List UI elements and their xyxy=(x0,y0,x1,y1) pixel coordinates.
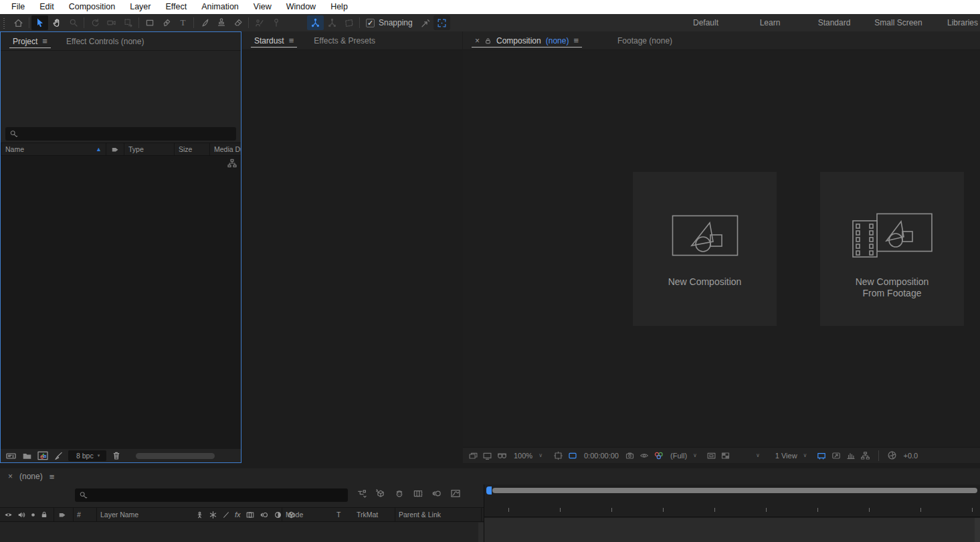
column-type[interactable]: Type xyxy=(124,143,174,155)
panel-menu-icon[interactable]: ≡ xyxy=(573,35,579,46)
pixel-aspect-icon[interactable] xyxy=(831,451,842,460)
trkmat-column[interactable]: TrkMat xyxy=(353,508,395,521)
pen-tool[interactable] xyxy=(158,15,175,30)
histogram-icon[interactable] xyxy=(846,451,856,460)
snapping-checkbox[interactable]: ✓ xyxy=(366,19,375,27)
column-size[interactable]: Size xyxy=(175,143,209,155)
flowchart-icon[interactable] xyxy=(227,159,237,168)
resolution-value[interactable]: (Full) xyxy=(668,452,689,460)
shared-view-icon[interactable] xyxy=(816,451,827,460)
menu-help[interactable]: Help xyxy=(323,0,355,14)
snapping-toggle[interactable]: ✓ Snapping xyxy=(366,18,413,27)
parent-link-column[interactable]: Parent & Link xyxy=(395,508,481,521)
time-ruler[interactable] xyxy=(484,496,980,517)
menu-edit[interactable]: Edit xyxy=(32,0,62,14)
close-icon[interactable]: × xyxy=(475,36,480,46)
camera-tool[interactable] xyxy=(103,15,120,30)
timeline-search[interactable] xyxy=(75,488,348,502)
view-layout-chevron-icon[interactable]: ∨ xyxy=(803,452,807,458)
always-preview-icon[interactable] xyxy=(468,451,478,460)
workspace-libraries[interactable]: Libraries xyxy=(936,18,980,27)
lock-icon[interactable] xyxy=(40,511,48,519)
color-depth-button[interactable]: 8 bpc ▾ xyxy=(68,450,106,461)
panel-menu-icon[interactable]: ≡ xyxy=(50,472,55,482)
menu-animation[interactable]: Animation xyxy=(194,0,246,14)
rectangle-tool[interactable] xyxy=(141,15,158,30)
hide-shy-layers-icon[interactable] xyxy=(394,488,405,499)
audio-speaker-icon[interactable] xyxy=(17,511,26,519)
zoom-tool[interactable] xyxy=(65,15,82,30)
magnification-value[interactable]: 100% xyxy=(512,452,534,460)
hand-tool[interactable] xyxy=(48,15,65,30)
exposure-value[interactable]: +0.0 xyxy=(901,452,920,460)
playhead-marker[interactable] xyxy=(486,486,492,494)
snapshot-icon[interactable] xyxy=(625,451,635,460)
toolbar-grip[interactable] xyxy=(2,17,7,29)
render-settings-icon[interactable] xyxy=(54,452,63,460)
axis-local-button[interactable] xyxy=(307,15,324,30)
menu-layer[interactable]: Layer xyxy=(122,0,158,14)
composition-mini-flowchart-icon[interactable] xyxy=(357,488,367,499)
type-tool[interactable]: T xyxy=(175,15,191,30)
title-action-safe-icon[interactable] xyxy=(567,451,578,460)
fast-previews-chevron-icon[interactable]: ∨ xyxy=(756,452,760,458)
view-layout-value[interactable]: 1 View xyxy=(773,452,799,460)
menu-view[interactable]: View xyxy=(246,0,279,14)
pan-behind-tool[interactable] xyxy=(120,15,136,30)
effects-fx-icon[interactable]: fx xyxy=(235,511,241,519)
panel-menu-icon[interactable]: ≡ xyxy=(42,36,47,46)
mode-column[interactable]: Mode xyxy=(282,508,333,521)
workspace-standard[interactable]: Standard xyxy=(807,18,861,27)
menu-file[interactable]: File xyxy=(4,0,32,14)
collapse-transformations-icon[interactable] xyxy=(209,511,217,519)
new-composition-from-footage-card[interactable]: New Composition From Footage xyxy=(820,172,964,326)
number-column[interactable]: # xyxy=(74,508,96,521)
trash-icon[interactable] xyxy=(112,451,121,460)
adjustment-layer-icon[interactable] xyxy=(274,511,282,519)
panel-menu-icon[interactable]: ≡ xyxy=(289,35,294,46)
column-label[interactable] xyxy=(106,143,124,155)
frame-blending-icon[interactable] xyxy=(246,511,255,519)
close-icon[interactable]: × xyxy=(8,472,13,481)
timeline-layer-list-empty[interactable] xyxy=(0,523,478,542)
exposure-shutter-icon[interactable] xyxy=(887,450,897,460)
solo-icon[interactable] xyxy=(29,511,37,519)
horizontal-scrollbar[interactable] xyxy=(136,453,215,459)
workspace-small-screen[interactable]: Small Screen xyxy=(872,18,925,27)
tab-footage[interactable]: Footage (none) xyxy=(612,31,678,50)
timeline-right-scrollbar[interactable] xyxy=(975,518,980,542)
new-composition-card[interactable]: New Composition xyxy=(633,172,777,326)
channels-icon[interactable] xyxy=(654,451,664,460)
tab-effects-presets[interactable]: Effects & Presets xyxy=(308,31,381,50)
new-composition-icon[interactable] xyxy=(37,451,48,460)
layer-name-column[interactable]: Layer Name xyxy=(97,508,192,521)
tab-composition[interactable]: × Composition (none) ≡ xyxy=(470,31,584,50)
axis-view-button[interactable] xyxy=(340,15,357,30)
main-monitor-icon[interactable] xyxy=(482,451,492,460)
axis-world-button[interactable] xyxy=(324,15,340,30)
timeline-search-input[interactable] xyxy=(92,491,344,499)
eraser-tool[interactable] xyxy=(229,15,246,30)
shy-icon[interactable] xyxy=(195,511,204,519)
transparency-grid-icon[interactable] xyxy=(720,451,730,460)
graph-editor-icon[interactable] xyxy=(450,488,461,499)
project-search[interactable] xyxy=(5,127,236,141)
tab-stardust[interactable]: Stardust ≡ xyxy=(249,31,299,50)
clone-stamp-tool[interactable] xyxy=(213,15,229,30)
tab-project[interactable]: Project ≡ xyxy=(7,32,53,51)
rotate-tool[interactable] xyxy=(86,15,103,30)
grid-guides-icon[interactable] xyxy=(553,451,563,460)
column-name[interactable]: Name ▲ xyxy=(1,143,106,155)
resolution-chevron-icon[interactable]: ∨ xyxy=(693,452,697,458)
snap-extend-button[interactable] xyxy=(417,15,433,30)
motion-blur-icon[interactable] xyxy=(260,511,269,519)
project-search-input[interactable] xyxy=(22,130,232,138)
timeline-horizontal-scrollbar[interactable] xyxy=(492,488,977,493)
magnification-chevron-icon[interactable]: ∨ xyxy=(538,452,543,458)
workspace-default[interactable]: Default xyxy=(679,18,732,27)
timeline-tab-label[interactable]: (none) xyxy=(19,472,43,481)
draft-3d-icon[interactable] xyxy=(375,488,386,499)
brush-tool[interactable] xyxy=(196,15,213,30)
preview-timecode[interactable]: 0:00:00:00 xyxy=(582,452,621,460)
target-region-icon[interactable] xyxy=(706,451,716,460)
